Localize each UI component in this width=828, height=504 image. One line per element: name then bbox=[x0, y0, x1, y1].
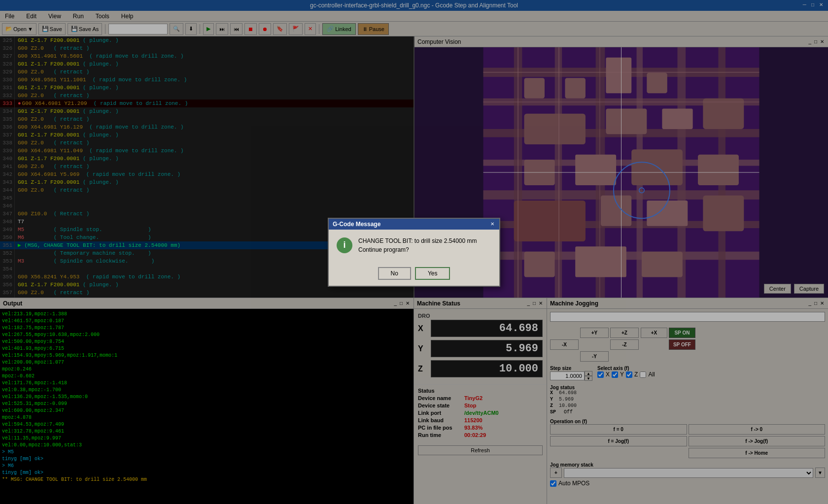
modal-title: G-Code Message bbox=[333, 221, 380, 228]
modal-overlay: G-Code Message ✕ i CHANGE TOOL BIT: to d… bbox=[0, 0, 828, 504]
modal-info-icon: i bbox=[337, 237, 352, 253]
modal-buttons: No Yes bbox=[329, 263, 499, 286]
modal-title-bar: G-Code Message ✕ bbox=[329, 219, 499, 230]
modal-text-content: CHANGE TOOL BIT: to drill size 2.54000 m… bbox=[358, 237, 477, 255]
modal-body: i CHANGE TOOL BIT: to drill size 2.54000… bbox=[329, 230, 499, 263]
modal-yes-button[interactable]: Yes bbox=[415, 267, 450, 280]
modal-close-icon[interactable]: ✕ bbox=[489, 221, 495, 227]
modal-message: CHANGE TOOL BIT: to drill size 2.54000 m… bbox=[358, 237, 477, 244]
modal-no-button[interactable]: No bbox=[378, 267, 411, 280]
modal-question: Continue program? bbox=[358, 246, 477, 253]
modal-dialog: G-Code Message ✕ i CHANGE TOOL BIT: to d… bbox=[328, 218, 500, 287]
